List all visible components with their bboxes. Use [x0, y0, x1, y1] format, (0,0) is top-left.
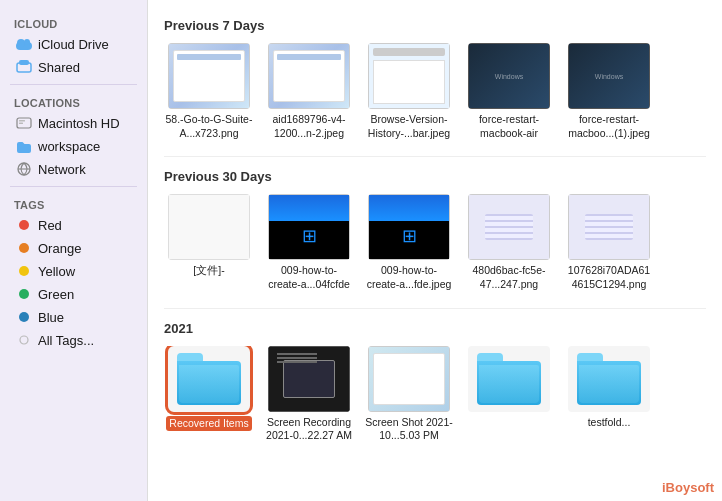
tag-dot-red	[16, 217, 32, 233]
sidebar-item-label: Shared	[38, 60, 80, 75]
file-thumb	[268, 194, 350, 260]
list-item[interactable]: [文件]-	[164, 194, 254, 291]
sidebar-item-icloud-drive[interactable]: iCloud Drive	[4, 33, 143, 55]
sidebar-section-locations: Locations	[0, 91, 147, 111]
sidebar-item-label: iCloud Drive	[38, 37, 109, 52]
file-name-selected: Recovered Items	[166, 416, 251, 432]
file-grid-2021: Recovered Items Screen Recording 2021-0.…	[164, 346, 706, 443]
list-item[interactable]: force-restart-macbook-air	[464, 43, 554, 140]
tag-dot-yellow	[16, 263, 32, 279]
file-name: Screen Recording 2021-0...22.27 AM	[265, 416, 353, 443]
svg-point-2	[24, 39, 30, 45]
file-name: [文件]-	[193, 264, 224, 278]
list-item[interactable]: aid1689796-v4-1200...n-2.jpeg	[264, 43, 354, 140]
section-7days-label: Previous 7 Days	[164, 18, 706, 33]
sidebar-item-label: Orange	[38, 241, 81, 256]
sidebar-item-label: Blue	[38, 310, 64, 325]
tag-dot-green	[16, 286, 32, 302]
file-name: 009-how-to-create-a...04fcfde	[265, 264, 353, 291]
sidebar-section-icloud: iCloud	[0, 12, 147, 32]
file-thumb-selected	[168, 346, 250, 412]
sidebar: iCloud iCloud Drive Shared Locations	[0, 0, 148, 501]
tag-dot-orange	[16, 240, 32, 256]
file-thumb	[368, 43, 450, 109]
file-thumb	[468, 43, 550, 109]
file-name: force-restart-macbook-air	[465, 113, 553, 140]
file-name: aid1689796-v4-1200...n-2.jpeg	[265, 113, 353, 140]
svg-point-1	[17, 39, 25, 47]
network-icon	[16, 161, 32, 177]
sidebar-item-workspace[interactable]: workspace	[4, 135, 143, 157]
file-grid-30days: [文件]- 009-how-to-create-a...04fcfde 009-…	[164, 194, 706, 291]
list-item[interactable]: 009-how-to-create-a...fde.jpeg	[364, 194, 454, 291]
macintosh-hd-icon	[16, 115, 32, 131]
sidebar-item-label: Macintosh HD	[38, 116, 120, 131]
file-thumb	[568, 43, 650, 109]
list-item[interactable]: 58.-Go-to-G-Suite-A...x723.png	[164, 43, 254, 140]
sidebar-item-shared[interactable]: Shared	[4, 56, 143, 78]
sidebar-item-label: Red	[38, 218, 62, 233]
sidebar-item-label: Green	[38, 287, 74, 302]
sidebar-divider-2	[10, 186, 137, 187]
section-2021-label: 2021	[164, 321, 706, 336]
main-content: Previous 7 Days 58.-Go-to-G-Suite-A...x7…	[148, 0, 722, 501]
sidebar-item-label: All Tags...	[38, 333, 94, 348]
sidebar-section-tags: Tags	[0, 193, 147, 213]
sidebar-item-tag-red[interactable]: Red	[4, 214, 143, 236]
file-thumb	[368, 346, 450, 412]
sidebar-item-label: Yellow	[38, 264, 75, 279]
sidebar-item-network[interactable]: Network	[4, 158, 143, 180]
list-item[interactable]: Recovered Items	[164, 346, 254, 443]
list-item[interactable]: force-restart-macboo...(1).jpeg	[564, 43, 654, 140]
shared-icon	[16, 59, 32, 75]
sidebar-divider-1	[10, 84, 137, 85]
file-name: 009-how-to-create-a...fde.jpeg	[365, 264, 453, 291]
tag-dot-blue	[16, 309, 32, 325]
list-item[interactable]	[464, 346, 554, 443]
file-thumb	[468, 194, 550, 260]
section-30days-label: Previous 30 Days	[164, 169, 706, 184]
file-name: 480d6bac-fc5e-47...247.png	[465, 264, 553, 291]
list-item[interactable]: Screen Recording 2021-0...22.27 AM	[264, 346, 354, 443]
file-thumb	[568, 194, 650, 260]
file-name: Screen Shot 2021-10...5.03 PM	[365, 416, 453, 443]
file-thumb	[468, 346, 550, 412]
list-item[interactable]: testfold...	[564, 346, 654, 443]
section-sep-2	[164, 308, 706, 309]
list-item[interactable]: Screen Shot 2021-10...5.03 PM	[364, 346, 454, 443]
list-item[interactable]: 107628i70ADA61 4615C1294.png	[564, 194, 654, 291]
file-name: force-restart-macboo...(1).jpeg	[565, 113, 653, 140]
sidebar-item-tag-yellow[interactable]: Yellow	[4, 260, 143, 282]
file-thumb	[568, 346, 650, 412]
file-name: 107628i70ADA61 4615C1294.png	[565, 264, 653, 291]
tag-all-icon	[16, 332, 32, 348]
file-thumb	[368, 194, 450, 260]
file-name: Browse-Version-History-...bar.jpeg	[365, 113, 453, 140]
file-thumb	[168, 194, 250, 260]
svg-point-10	[20, 336, 28, 344]
list-item[interactable]: 480d6bac-fc5e-47...247.png	[464, 194, 554, 291]
sidebar-item-tag-all[interactable]: All Tags...	[4, 329, 143, 351]
file-thumb	[168, 43, 250, 109]
svg-rect-6	[19, 120, 25, 122]
file-name: testfold...	[588, 416, 631, 430]
sidebar-item-macintosh-hd[interactable]: Macintosh HD	[4, 112, 143, 134]
sidebar-item-tag-orange[interactable]: Orange	[4, 237, 143, 259]
icloud-drive-icon	[16, 36, 32, 52]
file-thumb	[268, 43, 350, 109]
sidebar-item-tag-green[interactable]: Green	[4, 283, 143, 305]
file-thumb	[268, 346, 350, 412]
svg-rect-4	[19, 60, 29, 65]
file-name: 58.-Go-to-G-Suite-A...x723.png	[165, 113, 253, 140]
svg-rect-7	[19, 123, 23, 125]
list-item[interactable]: Browse-Version-History-...bar.jpeg	[364, 43, 454, 140]
sidebar-item-label: workspace	[38, 139, 100, 154]
sidebar-item-tag-blue[interactable]: Blue	[4, 306, 143, 328]
file-grid-7days: 58.-Go-to-G-Suite-A...x723.png aid168979…	[164, 43, 706, 140]
section-sep-1	[164, 156, 706, 157]
workspace-icon	[16, 138, 32, 154]
list-item[interactable]: 009-how-to-create-a...04fcfde	[264, 194, 354, 291]
sidebar-item-label: Network	[38, 162, 86, 177]
